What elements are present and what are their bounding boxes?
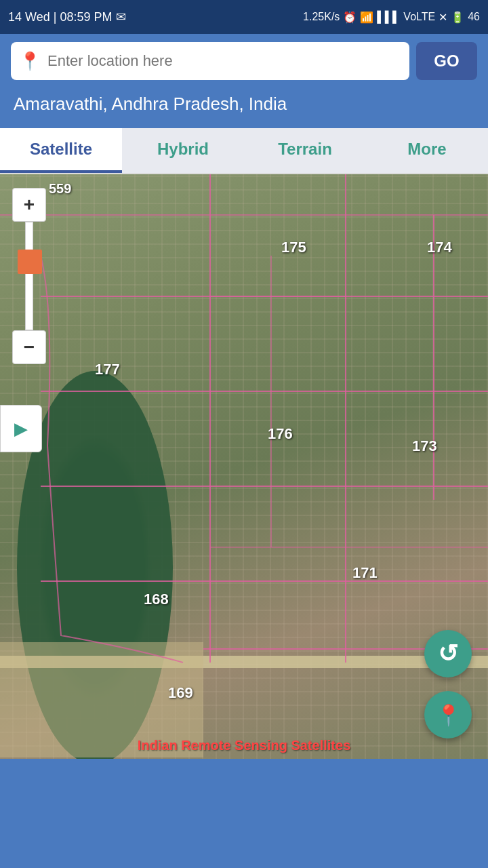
- refresh-button[interactable]: [424, 630, 472, 677]
- location-label: Amaravathi, Andhra Pradesh, India: [0, 88, 488, 128]
- map-container[interactable]: 🔺 175 174 177 176 173 171 168 169 559 + …: [0, 174, 488, 759]
- zoom-in-button[interactable]: +: [12, 188, 46, 222]
- my-location-button[interactable]: [424, 691, 472, 738]
- tab-satellite[interactable]: Satellite: [0, 128, 122, 173]
- status-x-icon: ✕: [439, 11, 447, 24]
- zoom-controls: + −: [12, 188, 46, 364]
- map-label-171: 171: [352, 564, 378, 582]
- status-message-icon: ✉: [116, 9, 126, 24]
- location-pin-icon: 📍: [19, 51, 41, 72]
- status-volte: VoLTE: [403, 11, 435, 23]
- status-speed: 1.25K/s: [303, 11, 340, 23]
- map-label-177: 177: [95, 361, 120, 378]
- tab-more[interactable]: More: [366, 128, 488, 173]
- map-tabs: Satellite Hybrid Terrain More: [0, 128, 488, 174]
- zoom-out-button[interactable]: −: [12, 330, 46, 364]
- map-label-173: 173: [412, 437, 437, 455]
- expand-arrow-button[interactable]: [0, 405, 42, 452]
- map-label-559: 559: [49, 181, 71, 197]
- search-input[interactable]: [47, 52, 401, 70]
- map-label-174: 174: [427, 239, 452, 256]
- status-bar: 14 Wed | 08:59 PM ✉ 1.25K/s ⏰ 📶 ▌▌▌ VoLT…: [0, 0, 488, 34]
- status-wifi-icon: 📶: [360, 11, 373, 24]
- status-signal-icon: ▌▌▌: [377, 11, 400, 23]
- status-datetime: 14 Wed | 08:59 PM: [8, 10, 112, 24]
- zoom-indicator: [18, 250, 42, 274]
- search-bar-container: 📍 GO: [0, 34, 488, 88]
- map-label-176: 176: [268, 425, 293, 443]
- status-battery-icon: 🔋: [451, 11, 464, 24]
- status-battery-level: 46: [468, 11, 480, 23]
- zoom-bar: [25, 222, 33, 330]
- map-label-169: 169: [168, 684, 193, 702]
- boundary-overlay: [0, 174, 488, 759]
- status-alarm-icon: ⏰: [343, 11, 357, 24]
- tab-hybrid[interactable]: Hybrid: [122, 128, 244, 173]
- map-label-175: 175: [281, 239, 306, 256]
- map-label-168: 168: [144, 591, 169, 608]
- tab-terrain[interactable]: Terrain: [244, 128, 366, 173]
- search-bar: 📍: [11, 42, 409, 80]
- go-button[interactable]: GO: [416, 42, 477, 80]
- watermark-label: Indian Remote Sensing Satellites: [138, 738, 351, 753]
